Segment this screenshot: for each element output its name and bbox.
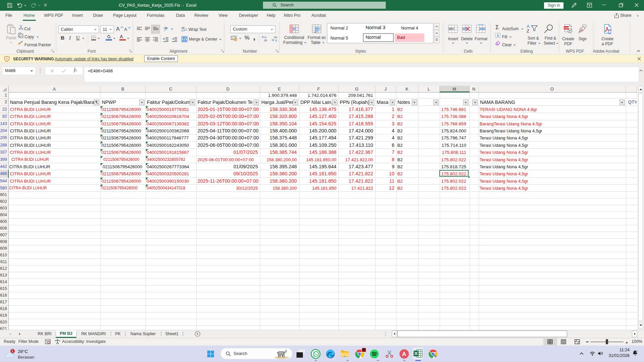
svg-text:z: z xyxy=(637,350,638,352)
svg-text:ab: ab xyxy=(164,26,167,29)
